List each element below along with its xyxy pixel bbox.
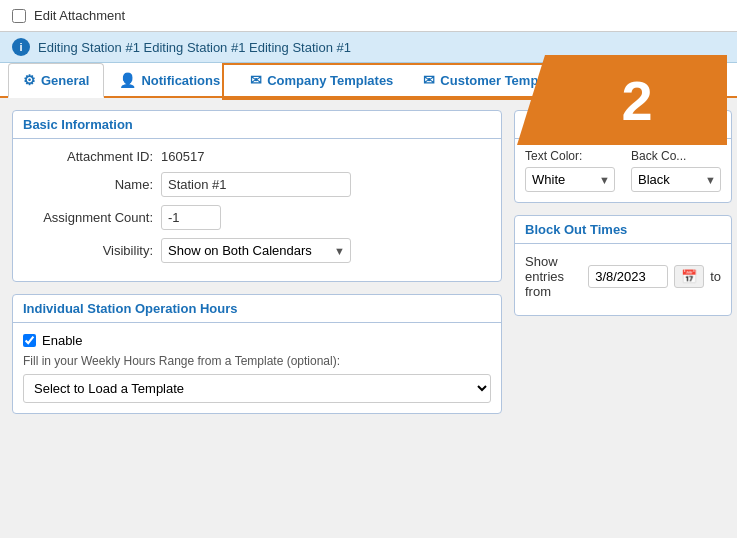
entries-row: Show entries from 📅 to xyxy=(525,254,721,299)
block-out-body: Show entries from 📅 to xyxy=(515,244,731,315)
station-hours-section: Individual Station Operation Hours Enabl… xyxy=(12,294,502,414)
step-badge: 2 xyxy=(517,55,727,145)
basic-info-section: Basic Information Attachment ID: 160517 … xyxy=(12,110,502,282)
tab-notifications-label: Notifications xyxy=(141,73,220,88)
assignment-count-label: Assignment Count: xyxy=(23,210,153,225)
visibility-label: Visibility: xyxy=(23,243,153,258)
name-label: Name: xyxy=(23,177,153,192)
to-label: to xyxy=(710,269,721,284)
envelope-icon-customer: ✉ xyxy=(423,72,435,88)
text-color-select-wrap: White Black ▼ xyxy=(525,167,615,192)
name-row: Name: xyxy=(23,172,491,197)
info-text: Editing Station #1 Editing Station #1 Ed… xyxy=(38,40,351,55)
back-color-select[interactable]: Black White xyxy=(631,167,721,192)
text-color-label: Text Color: xyxy=(525,149,615,163)
edit-attachment-checkbox[interactable] xyxy=(12,9,26,23)
fill-text: Fill in your Weekly Hours Range from a T… xyxy=(23,354,491,368)
attachment-id-value: 160517 xyxy=(161,149,204,164)
template-select[interactable]: Select to Load a Template xyxy=(23,374,491,403)
back-color-label: Back Co... xyxy=(631,149,721,163)
basic-info-body: Attachment ID: 160517 Name: Assignment C… xyxy=(13,139,501,281)
tab-company-templates-label: Company Templates xyxy=(267,73,393,88)
top-bar: Edit Attachment xyxy=(0,0,737,32)
attachment-id-label: Attachment ID: xyxy=(23,149,153,164)
left-panel: Basic Information Attachment ID: 160517 … xyxy=(12,110,502,504)
enable-row: Enable xyxy=(23,333,491,348)
main-content: Basic Information Attachment ID: 160517 … xyxy=(0,98,737,516)
tabs-wrapper: 2 ⚙ General 👤 Notifications ✉ Company Te… xyxy=(0,63,737,98)
tab-general[interactable]: ⚙ General xyxy=(8,63,104,98)
entries-label: Show entries from xyxy=(525,254,582,299)
text-color-select[interactable]: White Black xyxy=(525,167,615,192)
back-color-group: Back Co... Black White ▼ xyxy=(631,149,721,192)
user-icon: 👤 xyxy=(119,72,136,88)
gear-icon: ⚙ xyxy=(23,72,36,88)
basic-info-title: Basic Information xyxy=(13,111,501,139)
assignment-count-input[interactable] xyxy=(161,205,221,230)
block-out-section: Block Out Times Show entries from 📅 to xyxy=(514,215,732,316)
visibility-select[interactable]: Show on Both Calendars Show on Primary O… xyxy=(161,238,351,263)
right-panel: Color Scheme Text Color: White Black ▼ B… xyxy=(502,110,732,504)
visibility-row: Visibility: Show on Both Calendars Show … xyxy=(23,238,491,263)
block-out-title: Block Out Times xyxy=(515,216,731,244)
calendar-icon-button[interactable]: 📅 xyxy=(674,265,704,288)
station-hours-body: Enable Fill in your Weekly Hours Range f… xyxy=(13,323,501,413)
tab-notifications[interactable]: 👤 Notifications xyxy=(104,63,235,96)
enable-label: Enable xyxy=(42,333,82,348)
station-hours-title: Individual Station Operation Hours xyxy=(13,295,501,323)
info-icon: i xyxy=(12,38,30,56)
text-color-group: Text Color: White Black ▼ xyxy=(525,149,615,192)
enable-checkbox[interactable] xyxy=(23,334,36,347)
color-row: Text Color: White Black ▼ Back Co... Bla… xyxy=(515,139,731,202)
envelope-icon-company: ✉ xyxy=(250,72,262,88)
tab-company-templates[interactable]: ✉ Company Templates xyxy=(235,63,408,96)
badge-number: 2 xyxy=(621,68,652,133)
back-color-select-wrap: Black White ▼ xyxy=(631,167,721,192)
visibility-dropdown-wrap: Show on Both Calendars Show on Primary O… xyxy=(161,238,351,263)
name-input[interactable] xyxy=(161,172,351,197)
tab-general-label: General xyxy=(41,73,89,88)
assignment-count-row: Assignment Count: xyxy=(23,205,491,230)
edit-attachment-label: Edit Attachment xyxy=(34,8,125,23)
attachment-id-row: Attachment ID: 160517 xyxy=(23,149,491,164)
date-from-input[interactable] xyxy=(588,265,668,288)
